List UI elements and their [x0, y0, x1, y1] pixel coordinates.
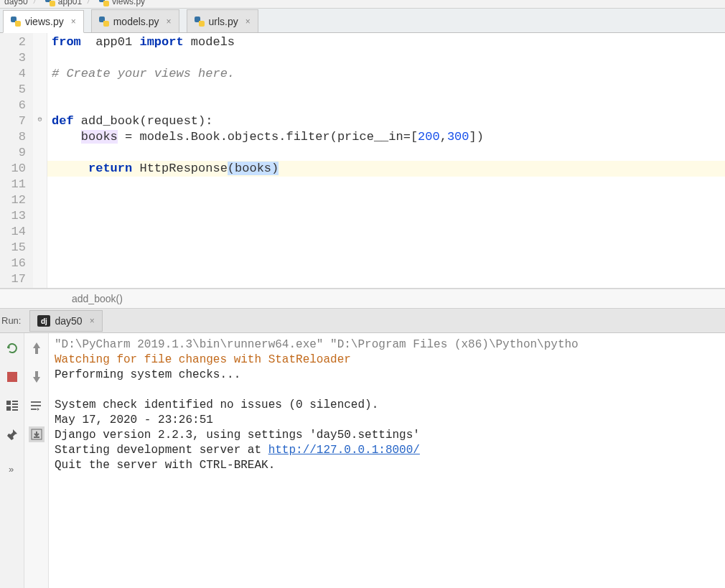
- editor-breadcrumb-label: add_book(): [72, 293, 123, 304]
- run-left-toolbar: »: [0, 333, 24, 588]
- editor-tab-views-py[interactable]: views.py×: [3, 10, 84, 33]
- editor-tab-urls-py[interactable]: urls.py×: [187, 9, 258, 32]
- code-line[interactable]: def add_book(request):: [47, 113, 725, 129]
- breadcrumb-sep-icon: 〉: [32, 0, 41, 6]
- code-line[interactable]: [47, 50, 725, 66]
- editor-tab-label: urls.py: [209, 16, 238, 27]
- code-line[interactable]: # Create your views here.: [47, 66, 725, 82]
- fold-gutter: ⊖: [33, 33, 47, 288]
- python-icon: [99, 0, 109, 6]
- run-label: Run:: [1, 315, 21, 326]
- code-line[interactable]: [47, 271, 725, 287]
- svg-rect-0: [7, 372, 17, 382]
- breadcrumb-file-label: views.py: [112, 0, 145, 6]
- code-line[interactable]: return HttpResponse(books): [47, 161, 725, 177]
- line-number-gutter: 23456789101112131415161718192021: [0, 33, 33, 288]
- run-config-tab[interactable]: dj day50 ×: [29, 310, 102, 332]
- stop-button[interactable]: [4, 369, 20, 385]
- down-arrow-button[interactable]: [29, 369, 45, 385]
- breadcrumb-file[interactable]: views.py: [99, 0, 145, 6]
- editor-tab-models-py[interactable]: models.py×: [91, 9, 179, 32]
- server-url-link[interactable]: http://127.0.0.1:8000/: [268, 444, 420, 457]
- close-icon[interactable]: ×: [71, 17, 76, 27]
- python-icon: [45, 0, 55, 6]
- svg-rect-3: [12, 403, 18, 405]
- editor[interactable]: 23456789101112131415161718192021 ⊖ from …: [0, 33, 725, 289]
- editor-tab-label: models.py: [113, 16, 159, 27]
- editor-tabbar: views.py×models.py×urls.py×: [0, 9, 725, 33]
- python-icon: [195, 17, 205, 27]
- python-icon: [11, 17, 21, 27]
- editor-tab-label: views.py: [25, 16, 64, 27]
- breadcrumb-package-label: app01: [58, 0, 82, 6]
- pin-button[interactable]: [4, 426, 20, 442]
- breadcrumb-project[interactable]: day50: [4, 0, 28, 6]
- code-line[interactable]: from app01 import models: [47, 34, 725, 50]
- code-line[interactable]: [47, 240, 725, 256]
- layout-button[interactable]: [4, 398, 20, 414]
- run-panel: » "D:\PyCharm 2019.1.3\bin\runnerw64.exe…: [0, 333, 725, 588]
- close-icon[interactable]: ×: [167, 17, 172, 27]
- breadcrumb: day50 〉 app01 〉 views.py: [0, 0, 725, 9]
- breadcrumb-sep-icon: 〉: [86, 0, 95, 6]
- code-line[interactable]: [47, 98, 725, 113]
- editor-text[interactable]: from app01 import models # Create your v…: [47, 33, 725, 288]
- close-icon[interactable]: ×: [245, 17, 251, 27]
- code-line[interactable]: [47, 208, 725, 224]
- python-icon: [99, 17, 109, 27]
- code-line[interactable]: [47, 145, 725, 161]
- more-button[interactable]: »: [4, 461, 20, 477]
- rerun-button[interactable]: [4, 340, 20, 356]
- svg-rect-6: [12, 409, 18, 411]
- close-icon[interactable]: ×: [90, 316, 95, 326]
- console-output[interactable]: "D:\PyCharm 2019.1.3\bin\runnerw64.exe" …: [49, 333, 725, 588]
- svg-rect-5: [12, 406, 18, 408]
- code-line[interactable]: books = models.Book.objects.filter(price…: [47, 129, 725, 145]
- code-line[interactable]: [47, 82, 725, 98]
- django-icon: dj: [37, 315, 50, 327]
- code-line[interactable]: [47, 256, 725, 271]
- run-header: Run: dj day50 ×: [0, 309, 725, 333]
- breadcrumb-package[interactable]: app01: [45, 0, 82, 6]
- svg-rect-4: [6, 406, 11, 411]
- svg-rect-2: [12, 401, 18, 402]
- scroll-end-button[interactable]: [29, 426, 45, 442]
- run-mid-toolbar: [24, 333, 49, 588]
- up-arrow-button[interactable]: [29, 340, 45, 356]
- code-line[interactable]: [47, 177, 725, 192]
- svg-rect-1: [6, 401, 11, 405]
- code-line[interactable]: [47, 192, 725, 208]
- code-line[interactable]: [47, 224, 725, 240]
- editor-breadcrumb[interactable]: add_book(): [0, 289, 725, 309]
- run-config-name: day50: [55, 315, 82, 327]
- soft-wrap-button[interactable]: [29, 398, 45, 414]
